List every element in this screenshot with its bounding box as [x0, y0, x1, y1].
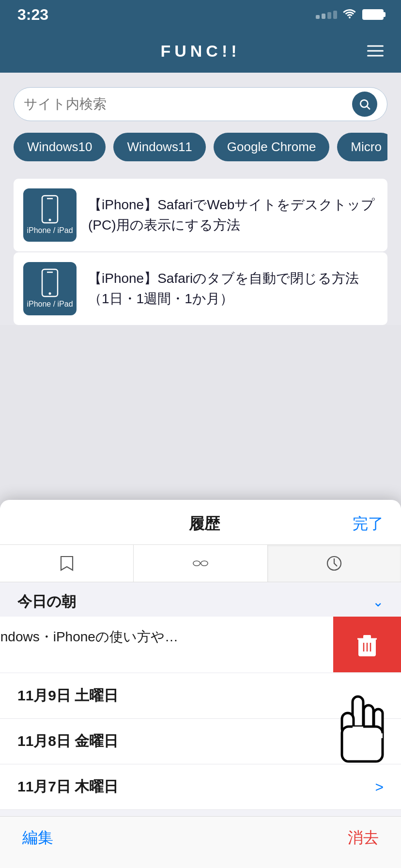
- tab-history[interactable]: [268, 545, 401, 582]
- hamburger-button[interactable]: [367, 46, 384, 57]
- history-date-nov8-label: 11月8日 金曜日: [17, 731, 118, 751]
- article-title-1: 【iPhone】SafariでWebサイトをデスクトップ (PC)用の表示にする…: [88, 195, 378, 235]
- history-item-1[interactable]: nc!!｜Windows・iPhoneの使い方や… nc.jp: [0, 617, 333, 672]
- history-group-today[interactable]: 今日の朝 ⌄: [0, 582, 401, 617]
- battery-icon: [362, 9, 384, 20]
- signal-icon: [316, 11, 337, 19]
- history-item-container: nc!!｜Windows・iPhoneの使い方や… nc.jp: [0, 617, 401, 672]
- clear-button[interactable]: 消去: [348, 827, 379, 849]
- history-date-nov8[interactable]: 11月8日 金曜日 >: [0, 719, 401, 764]
- history-date-nov9[interactable]: 11月9日 土曜日: [0, 673, 401, 719]
- article-thumb-label-2: iPhone / iPad: [27, 299, 73, 309]
- sheet-header: 履歴 完了: [0, 500, 401, 545]
- sheet-bottom-bar: 編集 消去: [0, 816, 401, 868]
- tab-bookmarks[interactable]: [0, 545, 134, 582]
- tag-micro[interactable]: Micro: [337, 133, 387, 161]
- chevron-down-icon: ⌄: [372, 594, 384, 610]
- bottom-sheet: 履歴 完了 今日の朝 ⌄: [0, 500, 401, 868]
- search-container: [14, 87, 387, 121]
- main-content: Windows10 Windows11 Google Chrome Micro …: [0, 73, 401, 325]
- delete-button[interactable]: [333, 617, 401, 672]
- article-thumb-label-1: iPhone / iPad: [27, 226, 73, 235]
- history-group-today-label: 今日の朝: [17, 592, 76, 612]
- svg-point-4: [49, 219, 51, 221]
- tag-windows10[interactable]: Windows10: [14, 133, 106, 161]
- app-header: FUNC!!: [0, 29, 401, 73]
- article-thumb-1: iPhone / iPad: [23, 188, 77, 242]
- app-logo: FUNC!!: [160, 42, 240, 61]
- history-date-nov7[interactable]: 11月7日 木曜日 >: [0, 764, 401, 810]
- sheet-title: 履歴: [56, 513, 353, 535]
- svg-point-7: [49, 293, 51, 295]
- status-icons: [316, 8, 384, 21]
- article-thumb-2: iPhone / iPad: [23, 262, 77, 315]
- history-date-nov9-label: 11月9日 土曜日: [17, 686, 118, 706]
- svg-point-8: [193, 561, 200, 566]
- article-card-2[interactable]: iPhone / iPad 【iPhone】Safariのタブを自動で閉じる方法…: [14, 252, 387, 325]
- svg-line-1: [367, 107, 370, 109]
- history-date-nov7-label: 11月7日 木曜日: [17, 777, 118, 797]
- tab-reading-list[interactable]: [134, 545, 267, 582]
- trash-icon: [356, 632, 378, 656]
- chevron-right-icon-nov8: >: [375, 733, 384, 750]
- sheet-done-button[interactable]: 完了: [353, 513, 384, 535]
- history-item-title-1: nc!!｜Windows・iPhoneの使い方や…: [0, 627, 316, 646]
- article-card-1[interactable]: iPhone / iPad 【iPhone】SafariでWebサイトをデスクト…: [14, 179, 387, 251]
- svg-point-9: [201, 561, 208, 566]
- article-title-2: 【iPhone】Safariのタブを自動で閉じる方法（1日・1週間・1か月）: [88, 268, 378, 309]
- tag-windows11[interactable]: Windows11: [113, 133, 205, 161]
- search-input[interactable]: [24, 96, 352, 112]
- status-time: 3:23: [17, 6, 48, 24]
- search-button[interactable]: [352, 92, 377, 117]
- history-item-url-1: nc.jp: [0, 648, 316, 662]
- tag-google-chrome[interactable]: Google Chrome: [214, 133, 330, 161]
- svg-point-0: [360, 100, 368, 107]
- wifi-icon: [343, 8, 356, 21]
- edit-button[interactable]: 編集: [22, 827, 53, 849]
- tags-row: Windows10 Windows11 Google Chrome Micro: [14, 133, 387, 161]
- chevron-right-icon-nov7: >: [375, 779, 384, 795]
- sheet-tabs: [0, 545, 401, 582]
- status-bar: 3:23: [0, 0, 401, 29]
